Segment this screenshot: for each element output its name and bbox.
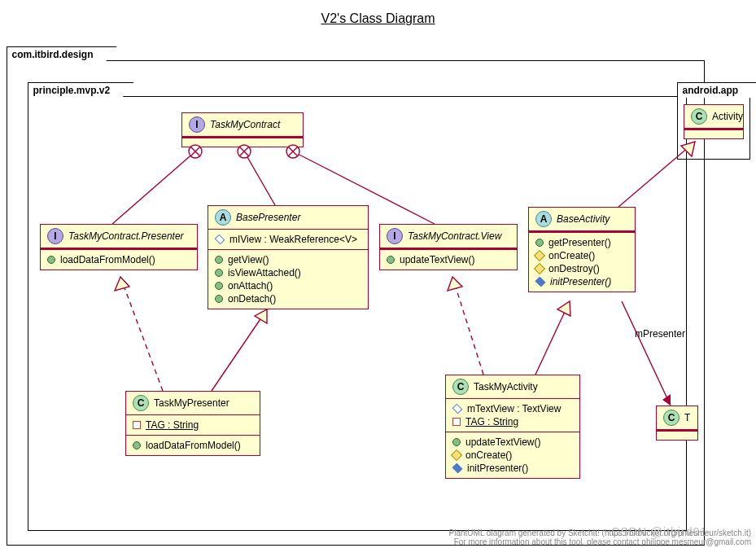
diagram-title: V2's Class Diagram bbox=[0, 11, 756, 26]
class-taskmycontract: I TaskMyContract bbox=[181, 112, 304, 147]
private-icon bbox=[133, 421, 141, 429]
attr-icon bbox=[452, 404, 463, 414]
public-icon bbox=[452, 438, 461, 446]
footer: PlantUML diagram generated by SketchIt! … bbox=[449, 528, 751, 546]
package-outer-tab: com.itbird.design bbox=[7, 46, 117, 62]
class-basepresenter: A BasePresenter mIView : WeakReference<V… bbox=[208, 205, 369, 309]
package-inner: principle.mvp.v2 bbox=[28, 96, 687, 531]
public-icon bbox=[47, 256, 55, 264]
class-baseactivity: A BaseActivity getPresenter() onCreate()… bbox=[528, 207, 636, 292]
class-icon: C bbox=[663, 410, 680, 426]
protected-icon bbox=[534, 263, 545, 274]
class-taskmycontract-view: I TaskMyContract.View updateTextView() bbox=[379, 224, 518, 270]
interface-icon: I bbox=[47, 228, 63, 244]
class-t: C T bbox=[656, 406, 698, 441]
class-taskmycontract-presenter: I TaskMyContract.Presenter loadDataFromM… bbox=[40, 224, 198, 270]
abstract-icon: A bbox=[215, 209, 231, 226]
abstract-icon: A bbox=[535, 211, 552, 227]
public-icon bbox=[387, 256, 395, 264]
public-icon bbox=[215, 282, 223, 290]
private-icon bbox=[452, 418, 461, 426]
class-taskmyactivity: C TaskMyActivity mTextView : TextView TA… bbox=[445, 375, 580, 479]
protected-icon bbox=[534, 250, 545, 261]
class-taskmypresenter: C TaskMyPresenter TAG : String loadDataF… bbox=[125, 391, 260, 456]
interface-icon: I bbox=[387, 228, 403, 244]
public-icon bbox=[215, 269, 223, 277]
class-icon: C bbox=[691, 108, 707, 125]
interface-icon: I bbox=[189, 116, 205, 133]
public-icon bbox=[215, 256, 223, 264]
class-icon: C bbox=[133, 395, 149, 411]
class-activity: C Activity bbox=[684, 104, 744, 139]
attr-icon bbox=[215, 235, 225, 245]
protected-icon bbox=[451, 449, 462, 461]
abstract-method-icon bbox=[535, 277, 546, 287]
package-inner-tab: principle.mvp.v2 bbox=[28, 82, 134, 98]
public-icon bbox=[215, 295, 223, 303]
class-icon: C bbox=[452, 379, 469, 395]
public-icon bbox=[535, 239, 544, 247]
abstract-method-icon bbox=[452, 463, 463, 474]
public-icon bbox=[133, 441, 141, 449]
package-android-tab: android.app bbox=[677, 82, 757, 98]
